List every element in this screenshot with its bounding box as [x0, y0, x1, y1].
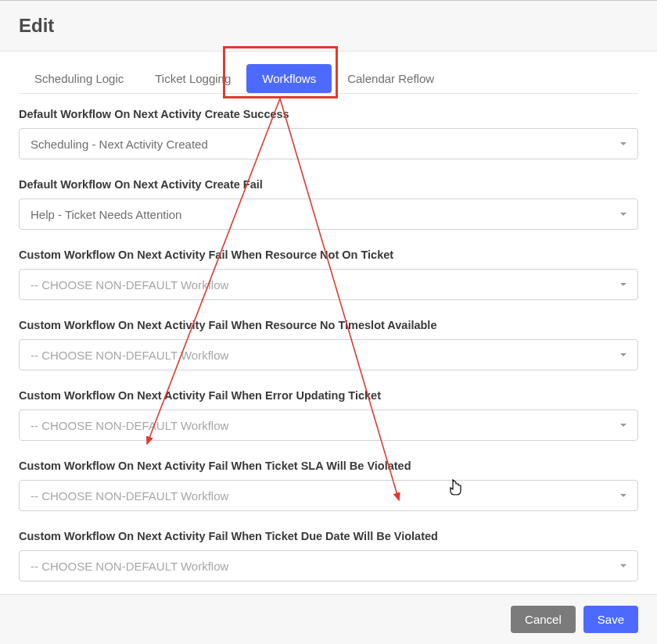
label-due-date-violated: Custom Workflow On Next Activity Fail Wh…	[19, 530, 638, 542]
select-value: -- CHOOSE NON-DEFAULT Workflow	[31, 560, 228, 573]
form-group-sla-violated: Custom Workflow On Next Activity Fail Wh…	[19, 460, 638, 511]
form-group-resource-not-on-ticket: Custom Workflow On Next Activity Fail Wh…	[19, 249, 638, 300]
select-sla-violated[interactable]: -- CHOOSE NON-DEFAULT Workflow	[19, 480, 638, 511]
tab-scheduling-logic[interactable]: Scheduling Logic	[19, 64, 139, 93]
select-due-date-violated[interactable]: -- CHOOSE NON-DEFAULT Workflow	[19, 550, 638, 581]
form-group-due-date-violated: Custom Workflow On Next Activity Fail Wh…	[19, 530, 638, 581]
chevron-down-icon	[620, 424, 626, 427]
select-resource-not-on-ticket[interactable]: -- CHOOSE NON-DEFAULT Workflow	[19, 269, 638, 300]
select-value: Scheduling - Next Activity Created	[31, 138, 208, 151]
select-no-timeslot[interactable]: -- CHOOSE NON-DEFAULT Workflow	[19, 339, 638, 370]
label-default-fail: Default Workflow On Next Activity Create…	[19, 178, 638, 191]
label-no-timeslot: Custom Workflow On Next Activity Fail Wh…	[19, 319, 638, 331]
form-group-error-updating: Custom Workflow On Next Activity Fail Wh…	[19, 389, 638, 441]
tab-workflows[interactable]: Workflows	[246, 64, 332, 93]
chevron-down-icon	[620, 353, 626, 356]
select-value: Help - Ticket Needs Attention	[31, 208, 181, 221]
label-sla-violated: Custom Workflow On Next Activity Fail Wh…	[19, 460, 638, 472]
tabs-container: Scheduling Logic Ticket Logging Workflow…	[0, 64, 657, 94]
chevron-down-icon	[620, 494, 626, 497]
label-default-success: Default Workflow On Next Activity Create…	[19, 108, 638, 120]
cancel-button[interactable]: Cancel	[511, 606, 576, 633]
select-value: -- CHOOSE NON-DEFAULT Workflow	[31, 278, 228, 292]
select-default-success[interactable]: Scheduling - Next Activity Created	[19, 128, 638, 159]
form-group-no-timeslot: Custom Workflow On Next Activity Fail Wh…	[19, 319, 638, 370]
tab-calendar-reflow[interactable]: Calendar Reflow	[332, 64, 450, 93]
modal-footer: Cancel Save	[0, 594, 657, 644]
chevron-down-icon	[620, 213, 626, 216]
chevron-down-icon	[620, 283, 626, 286]
chevron-down-icon	[620, 142, 626, 145]
page-title: Edit	[19, 15, 638, 37]
select-value: -- CHOOSE NON-DEFAULT Workflow	[31, 349, 228, 362]
form-group-default-fail: Default Workflow On Next Activity Create…	[19, 178, 638, 230]
select-default-fail[interactable]: Help - Ticket Needs Attention	[19, 199, 638, 230]
save-button[interactable]: Save	[583, 606, 638, 633]
tab-ticket-logging[interactable]: Ticket Logging	[139, 64, 246, 93]
select-value: -- CHOOSE NON-DEFAULT Workflow	[31, 489, 228, 503]
form-group-default-success: Default Workflow On Next Activity Create…	[19, 108, 638, 159]
chevron-down-icon	[620, 564, 626, 567]
tabs: Scheduling Logic Ticket Logging Workflow…	[19, 64, 638, 94]
label-resource-not-on-ticket: Custom Workflow On Next Activity Fail Wh…	[19, 249, 638, 261]
select-error-updating[interactable]: -- CHOOSE NON-DEFAULT Workflow	[19, 410, 638, 441]
label-error-updating: Custom Workflow On Next Activity Fail Wh…	[19, 389, 638, 402]
modal-header: Edit	[0, 0, 657, 52]
select-value: -- CHOOSE NON-DEFAULT Workflow	[31, 419, 228, 432]
form-content: Default Workflow On Next Activity Create…	[0, 94, 657, 581]
